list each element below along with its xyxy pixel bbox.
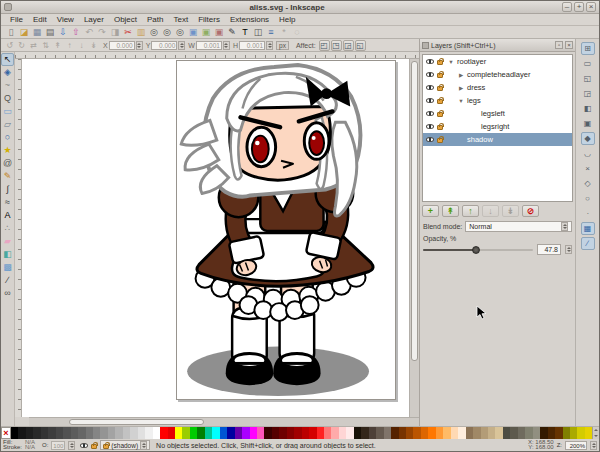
enable-snapping-button[interactable]: ⊞ bbox=[581, 42, 595, 55]
palette-swatch[interactable] bbox=[190, 427, 197, 439]
selection-action-icon[interactable]: ↟ bbox=[52, 40, 63, 51]
spinner[interactable] bbox=[266, 41, 273, 50]
delete-layer-button[interactable]: ⊘ bbox=[522, 205, 539, 217]
palette-swatch[interactable] bbox=[41, 427, 48, 439]
gradient-tool-button[interactable]: ▩ bbox=[1, 261, 14, 274]
pencil-tool-button[interactable]: ✎ bbox=[1, 170, 14, 183]
vertical-scrollbar[interactable] bbox=[409, 59, 419, 417]
palette-swatch[interactable] bbox=[488, 427, 495, 439]
palette-swatch[interactable] bbox=[242, 427, 249, 439]
layer-row[interactable]: legsright bbox=[423, 120, 572, 133]
print-document-icon[interactable]: ▤ bbox=[44, 26, 56, 38]
lower-layer-button[interactable]: ↓ bbox=[482, 205, 499, 217]
snap-cusp-nodes-button[interactable]: ◇ bbox=[581, 177, 595, 190]
palette-swatch[interactable] bbox=[71, 427, 78, 439]
palette-swatch[interactable] bbox=[78, 427, 85, 439]
selection-action-icon[interactable]: ↡ bbox=[88, 40, 99, 51]
paste-icon[interactable]: ▥ bbox=[135, 26, 147, 38]
palette-swatch[interactable] bbox=[294, 427, 301, 439]
layer-visibility-eye-icon[interactable] bbox=[426, 98, 434, 103]
palette-swatch[interactable] bbox=[421, 427, 428, 439]
palette-swatch[interactable] bbox=[93, 427, 100, 439]
palette-swatch[interactable] bbox=[123, 427, 130, 439]
menu-item[interactable]: Text bbox=[169, 15, 194, 24]
export-bitmap-icon[interactable]: ⇧ bbox=[70, 26, 82, 38]
layer-expander-arrow[interactable]: ▶ bbox=[458, 72, 464, 78]
layer-lock-icon[interactable] bbox=[437, 112, 443, 117]
palette-swatch[interactable] bbox=[108, 427, 115, 439]
blend-mode-select[interactable]: Normal bbox=[465, 221, 572, 232]
spinner[interactable] bbox=[223, 41, 230, 50]
spray-tool-button[interactable]: ∴ bbox=[1, 222, 14, 235]
layer-visibility-eye-icon[interactable] bbox=[426, 137, 434, 142]
layer-lock-icon[interactable] bbox=[437, 73, 443, 78]
palette-swatch[interactable] bbox=[361, 427, 368, 439]
palette-swatch[interactable] bbox=[264, 427, 271, 439]
affect-toggle-button[interactable]: ◰ bbox=[319, 40, 330, 51]
redo-icon[interactable]: ↷ bbox=[96, 26, 108, 38]
zoom-input[interactable]: 200% bbox=[565, 441, 587, 450]
palette-swatch[interactable] bbox=[555, 427, 562, 439]
coordinate-field-input[interactable]: 0.000 bbox=[109, 41, 135, 50]
coordinate-field-input[interactable]: 0.000 bbox=[151, 41, 177, 50]
create-clone-icon[interactable]: ▣ bbox=[200, 26, 212, 38]
snap-bbox-edge-midpoints-button[interactable]: ◧ bbox=[581, 102, 595, 115]
spinner[interactable] bbox=[590, 441, 597, 450]
coordinate-field-input[interactable]: 0.001 bbox=[196, 41, 222, 50]
menu-item[interactable]: Layer bbox=[79, 15, 109, 24]
palette-swatch[interactable] bbox=[205, 427, 212, 439]
zoom-tool-button[interactable]: Q bbox=[1, 92, 14, 105]
document-properties-icon[interactable]: ◌ bbox=[291, 26, 303, 38]
selection-action-icon[interactable]: ↺ bbox=[4, 40, 15, 51]
import-bitmap-icon[interactable]: ⇩ bbox=[57, 26, 69, 38]
palette-swatch[interactable] bbox=[115, 427, 122, 439]
palette-swatch[interactable] bbox=[331, 427, 338, 439]
palette-swatch[interactable] bbox=[130, 427, 137, 439]
snap-grids-button[interactable]: ▦ bbox=[581, 222, 595, 235]
copy-icon[interactable]: ◨ bbox=[109, 26, 121, 38]
palette-swatch[interactable] bbox=[510, 427, 517, 439]
palette-swatch[interactable] bbox=[540, 427, 547, 439]
palette-swatch[interactable] bbox=[287, 427, 294, 439]
palette-swatch[interactable] bbox=[317, 427, 324, 439]
calligraphy-tool-button[interactable]: ≈ bbox=[1, 196, 14, 209]
unlink-clone-icon[interactable]: ▣ bbox=[213, 26, 225, 38]
spiral-tool-button[interactable]: @ bbox=[1, 157, 14, 170]
new-layer-button[interactable]: + bbox=[422, 205, 439, 217]
new-document-icon[interactable]: ▯ bbox=[5, 26, 17, 38]
horizontal-scrollbar-thumb[interactable] bbox=[69, 419, 204, 425]
palette-swatch[interactable] bbox=[302, 427, 309, 439]
spinner[interactable] bbox=[140, 441, 147, 450]
preferences-icon[interactable]: * bbox=[278, 26, 290, 38]
spinner[interactable] bbox=[565, 245, 572, 254]
layer-visibility-eye-icon[interactable] bbox=[426, 72, 434, 77]
undo-icon[interactable]: ↶ bbox=[83, 26, 95, 38]
zoom-to-selection-icon[interactable]: ◎ bbox=[148, 26, 160, 38]
vertical-scrollbar-thumb[interactable] bbox=[411, 61, 418, 361]
current-layer-select[interactable]: (shadow) bbox=[100, 440, 150, 450]
raise-layer-button[interactable]: ↑ bbox=[462, 205, 479, 217]
unit-select[interactable]: px bbox=[276, 41, 289, 50]
palette-swatch[interactable] bbox=[153, 427, 160, 439]
snap-bounding-box-button[interactable]: ▭ bbox=[581, 57, 595, 70]
palette-swatch[interactable] bbox=[212, 427, 219, 439]
panel-dock-icon[interactable]: ▫ bbox=[555, 41, 563, 49]
snap-midpoints-button[interactable]: ∙ bbox=[581, 207, 595, 220]
duplicate-icon[interactable]: ▣ bbox=[187, 26, 199, 38]
save-document-icon[interactable]: ▦ bbox=[31, 26, 43, 38]
paint-bucket-tool-button[interactable]: ◧ bbox=[1, 248, 14, 261]
layer-row[interactable]: ▼ rootlayer bbox=[423, 55, 572, 68]
affect-toggle-button[interactable]: ◲ bbox=[343, 40, 354, 51]
palette-swatch[interactable] bbox=[354, 427, 361, 439]
menu-item[interactable]: Filters bbox=[193, 15, 225, 24]
layer-row[interactable]: shadow bbox=[423, 133, 572, 146]
palette-swatch[interactable] bbox=[160, 427, 167, 439]
palette-swatch[interactable] bbox=[570, 427, 577, 439]
selection-action-icon[interactable]: ⇄ bbox=[28, 40, 39, 51]
snap-nodes-button[interactable]: ◆ bbox=[581, 132, 595, 145]
palette-swatch[interactable] bbox=[443, 427, 450, 439]
palette-swatch[interactable] bbox=[481, 427, 488, 439]
palette-swatch[interactable] bbox=[309, 427, 316, 439]
palette-swatch[interactable] bbox=[279, 427, 286, 439]
layer-row[interactable]: ▶ dress bbox=[423, 81, 572, 94]
